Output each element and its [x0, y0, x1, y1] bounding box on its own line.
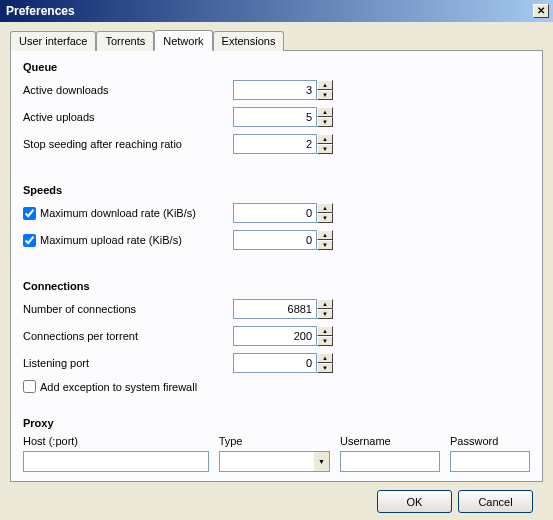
- proxy-type-select[interactable]: ▼: [219, 451, 330, 472]
- stop-seeding-label: Stop seeding after reaching ratio: [23, 138, 233, 150]
- spin-up-icon[interactable]: ▲: [317, 80, 333, 90]
- spin-up-icon[interactable]: ▲: [317, 107, 333, 117]
- conn-per-torrent-input[interactable]: [233, 326, 317, 346]
- section-proxy-title: Proxy: [23, 417, 530, 429]
- max-upload-input[interactable]: [233, 230, 317, 250]
- cancel-button[interactable]: Cancel: [458, 490, 533, 513]
- spin-down-icon[interactable]: ▼: [317, 144, 333, 154]
- listening-port-input[interactable]: [233, 353, 317, 373]
- spin-down-icon[interactable]: ▼: [317, 213, 333, 223]
- spin-down-icon[interactable]: ▼: [317, 309, 333, 319]
- spin-down-icon[interactable]: ▼: [317, 117, 333, 127]
- spin-up-icon[interactable]: ▲: [317, 203, 333, 213]
- active-downloads-label: Active downloads: [23, 84, 233, 96]
- max-download-input[interactable]: [233, 203, 317, 223]
- tab-strip: User interface Torrents Network Extensio…: [10, 31, 543, 51]
- section-queue-title: Queue: [23, 61, 530, 73]
- ok-button[interactable]: OK: [377, 490, 452, 513]
- proxy-host-label: Host (:port): [23, 435, 209, 447]
- conn-per-torrent-label: Connections per torrent: [23, 330, 233, 342]
- stop-seeding-input[interactable]: [233, 134, 317, 154]
- firewall-label: Add exception to system firewall: [40, 381, 197, 393]
- window-title: Preferences: [6, 4, 75, 18]
- active-uploads-input[interactable]: [233, 107, 317, 127]
- tab-network[interactable]: Network: [154, 30, 212, 51]
- listening-port-label: Listening port: [23, 357, 233, 369]
- proxy-username-input[interactable]: [340, 451, 440, 472]
- num-connections-label: Number of connections: [23, 303, 233, 315]
- section-speeds-title: Speeds: [23, 184, 530, 196]
- spin-down-icon[interactable]: ▼: [317, 336, 333, 346]
- spin-up-icon[interactable]: ▲: [317, 134, 333, 144]
- spin-down-icon[interactable]: ▼: [317, 240, 333, 250]
- max-download-label: Maximum download rate (KiB/s): [40, 207, 196, 219]
- max-upload-label: Maximum upload rate (KiB/s): [40, 234, 182, 246]
- spin-down-icon[interactable]: ▼: [317, 90, 333, 100]
- spin-up-icon[interactable]: ▲: [317, 326, 333, 336]
- spin-up-icon[interactable]: ▲: [317, 299, 333, 309]
- proxy-type-label: Type: [219, 435, 330, 447]
- proxy-password-label: Password: [450, 435, 530, 447]
- tab-extensions[interactable]: Extensions: [213, 31, 285, 51]
- title-bar: Preferences ✕: [0, 0, 553, 22]
- max-upload-checkbox[interactable]: [23, 234, 36, 247]
- spin-up-icon[interactable]: ▲: [317, 230, 333, 240]
- active-downloads-input[interactable]: [233, 80, 317, 100]
- spin-up-icon[interactable]: ▲: [317, 353, 333, 363]
- proxy-username-label: Username: [340, 435, 440, 447]
- spin-down-icon[interactable]: ▼: [317, 363, 333, 373]
- section-connections-title: Connections: [23, 280, 530, 292]
- close-icon[interactable]: ✕: [533, 4, 549, 18]
- firewall-checkbox[interactable]: [23, 380, 36, 393]
- active-uploads-label: Active uploads: [23, 111, 233, 123]
- chevron-down-icon[interactable]: ▼: [313, 452, 329, 471]
- max-download-checkbox[interactable]: [23, 207, 36, 220]
- num-connections-input[interactable]: [233, 299, 317, 319]
- proxy-password-input[interactable]: [450, 451, 530, 472]
- proxy-host-input[interactable]: [23, 451, 209, 472]
- tab-torrents[interactable]: Torrents: [96, 31, 154, 51]
- tab-user-interface[interactable]: User interface: [10, 31, 96, 51]
- tab-panel-network: Queue Active downloads ▲ ▼ Active upload…: [10, 50, 543, 482]
